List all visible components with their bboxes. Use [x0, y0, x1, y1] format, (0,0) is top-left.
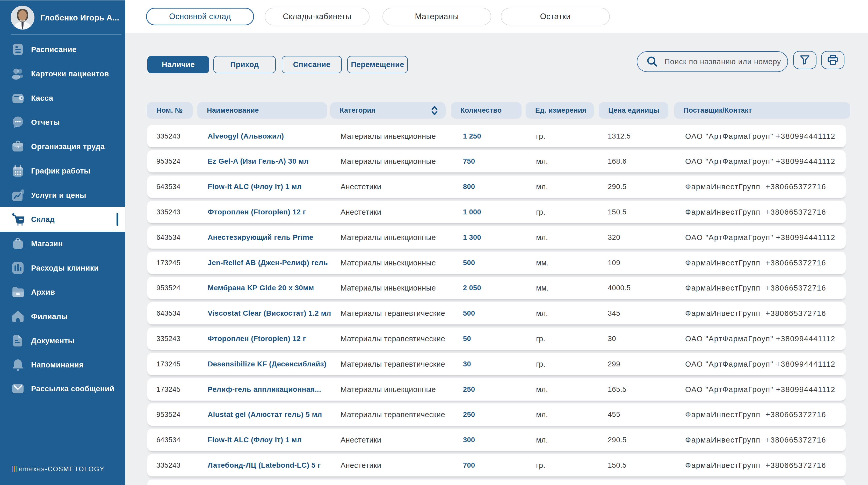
svg-text:emexes-COSMETOLOGY: emexes-COSMETOLOGY — [19, 465, 104, 473]
